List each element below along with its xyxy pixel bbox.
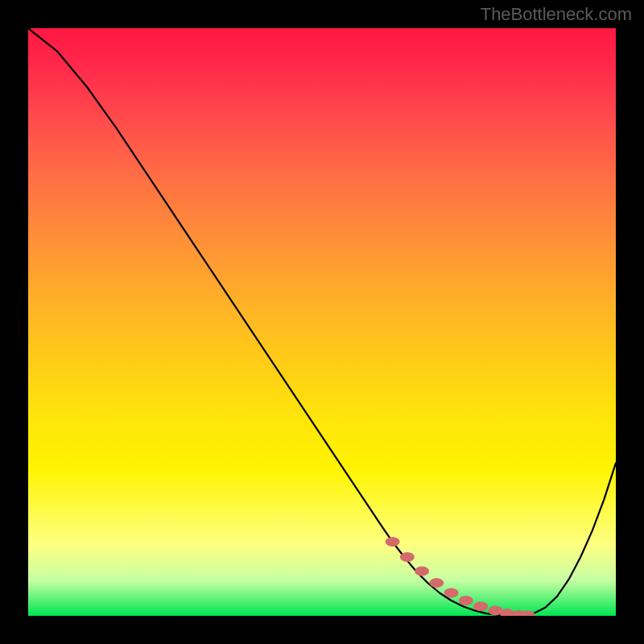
watermark-text: TheBottleneck.com	[481, 4, 632, 25]
gradient-background	[28, 28, 616, 616]
plot-area	[28, 28, 616, 616]
